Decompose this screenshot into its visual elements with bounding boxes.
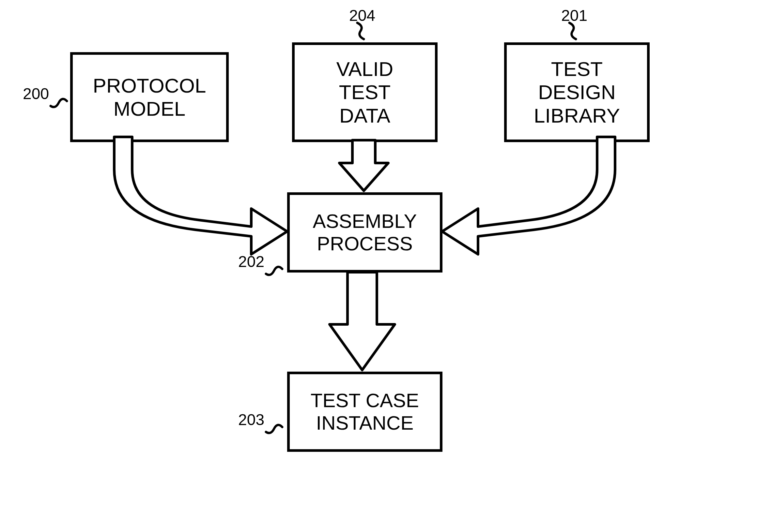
diagram-canvas: PROTOCOL MODEL VALID TEST DATA TEST DESI… <box>0 0 757 532</box>
ref-201-leader-icon <box>566 21 583 42</box>
ref-204-leader-icon <box>354 21 370 42</box>
box-protocol-model-label: PROTOCOL MODEL <box>93 74 206 121</box>
ref-203: 203 <box>238 411 264 429</box>
ref-200-leader-icon <box>49 91 72 111</box>
box-test-design-library: TEST DESIGN LIBRARY <box>504 42 650 142</box>
box-test-case-instance: TEST CASE INSTANCE <box>287 372 442 452</box>
box-assembly-process: ASSEMBLY PROCESS <box>287 192 442 272</box>
arrow-protocol-to-assembly-icon <box>114 137 294 251</box>
box-test-case-instance-label: TEST CASE INSTANCE <box>311 389 419 434</box>
arrow-library-to-assembly-icon <box>436 137 615 251</box>
box-protocol-model: PROTOCOL MODEL <box>70 52 229 142</box>
box-valid-test-data: VALID TEST DATA <box>292 42 438 142</box>
ref-202-leader-icon <box>264 259 287 279</box>
box-test-design-library-label: TEST DESIGN LIBRARY <box>534 57 620 127</box>
box-assembly-process-label: ASSEMBLY PROCESS <box>313 210 417 255</box>
arrow-assembly-to-instance-icon <box>326 272 398 372</box>
arrow-testdata-to-assembly-icon <box>336 140 392 192</box>
ref-200: 200 <box>23 85 49 103</box>
box-valid-test-data-label: VALID TEST DATA <box>336 57 394 127</box>
ref-203-leader-icon <box>264 417 287 437</box>
